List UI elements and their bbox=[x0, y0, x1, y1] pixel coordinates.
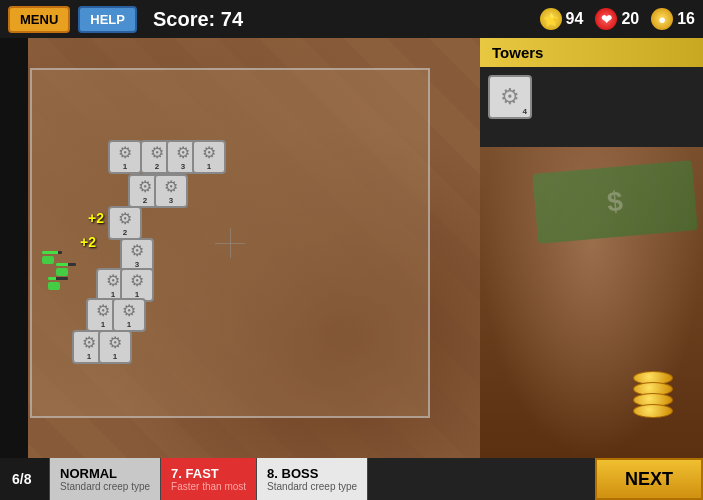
side-panel: Towers ⚙ 4 bbox=[480, 38, 703, 458]
help-button[interactable]: HELP bbox=[78, 6, 137, 33]
field-tower-6[interactable]: ⚙3 bbox=[154, 174, 188, 208]
field-tower-10[interactable]: ⚙1 bbox=[120, 268, 154, 302]
wave-boss[interactable]: 8. BOSS Standard creep type bbox=[257, 458, 368, 500]
play-field[interactable] bbox=[30, 68, 430, 418]
main-area: +2 +2 ⚙1⚙2⚙3⚙1⚙2⚙3⚙2⚙3⚙1⚙1⚙1⚙1⚙1⚙1 bbox=[0, 38, 703, 458]
wave-boss-desc: Standard creep type bbox=[267, 481, 357, 492]
desk-background bbox=[480, 147, 703, 458]
next-button[interactable]: NEXT bbox=[595, 458, 703, 500]
wave-fast[interactable]: 7. FAST Faster than most bbox=[161, 458, 257, 500]
score-display: Score: 74 bbox=[153, 8, 243, 31]
game-area[interactable]: +2 +2 ⚙1⚙2⚙3⚙1⚙2⚙3⚙2⚙3⚙1⚙1⚙1⚙1⚙1⚙1 bbox=[0, 38, 480, 458]
coin-4 bbox=[633, 404, 673, 418]
wave-fast-desc: Faster than most bbox=[171, 481, 246, 492]
wave-boss-name: 8. BOSS bbox=[267, 466, 357, 481]
tower-card-1[interactable]: ⚙ 4 bbox=[488, 75, 532, 119]
heart-icon: ❤ bbox=[595, 8, 617, 30]
coin-stat: ● 16 bbox=[651, 8, 695, 30]
game-background: +2 +2 ⚙1⚙2⚙3⚙1⚙2⚙3⚙2⚙3⚙1⚙1⚙1⚙1⚙1⚙1 bbox=[0, 38, 480, 458]
wave-normal-desc: Standard creep type bbox=[60, 481, 150, 492]
tower-card-num: 4 bbox=[523, 107, 527, 116]
left-edge bbox=[0, 38, 28, 458]
creep-1 bbox=[42, 256, 54, 264]
towers-section: Towers ⚙ 4 bbox=[480, 38, 703, 147]
heart-stat: ❤ 20 bbox=[595, 8, 639, 30]
creep-2 bbox=[56, 268, 68, 276]
wave-fast-name: 7. FAST bbox=[171, 466, 246, 481]
field-tower-7[interactable]: ⚙2 bbox=[108, 206, 142, 240]
bottom-bar: 6/8 NORMAL Standard creep type 7. FAST F… bbox=[0, 458, 703, 500]
wave-counter: 6/8 bbox=[0, 458, 50, 500]
creep-3 bbox=[48, 282, 60, 290]
coin-icon: ● bbox=[651, 8, 673, 30]
star-icon: ⭐ bbox=[540, 8, 562, 30]
field-tower-12[interactable]: ⚙1 bbox=[112, 298, 146, 332]
coins-stack bbox=[633, 374, 673, 418]
field-tower-14[interactable]: ⚙1 bbox=[98, 330, 132, 364]
wave-normal-name: NORMAL bbox=[60, 466, 150, 481]
menu-button[interactable]: MENU bbox=[8, 6, 70, 33]
wave-normal[interactable]: NORMAL Standard creep type bbox=[50, 458, 161, 500]
crosshair bbox=[215, 228, 245, 258]
coin-value: 16 bbox=[677, 10, 695, 28]
star-stat: ⭐ 94 bbox=[540, 8, 584, 30]
field-tower-4[interactable]: ⚙1 bbox=[192, 140, 226, 174]
field-tower-8[interactable]: ⚙3 bbox=[120, 238, 154, 272]
heart-value: 20 bbox=[621, 10, 639, 28]
stats-area: ⭐ 94 ❤ 20 ● 16 bbox=[540, 8, 695, 30]
field-tower-1[interactable]: ⚙1 bbox=[108, 140, 142, 174]
star-value: 94 bbox=[566, 10, 584, 28]
money-bill bbox=[532, 160, 697, 244]
towers-grid[interactable]: ⚙ 4 bbox=[480, 67, 703, 147]
towers-header: Towers bbox=[480, 38, 703, 67]
top-bar: MENU HELP Score: 74 ⭐ 94 ❤ 20 ● 16 bbox=[0, 0, 703, 38]
